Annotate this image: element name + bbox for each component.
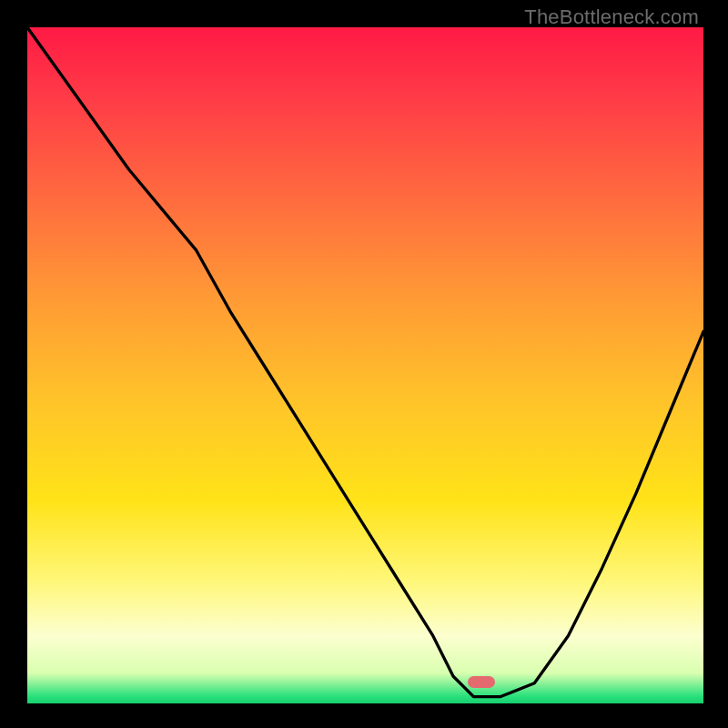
plot-area [27, 27, 703, 703]
optimum-marker [468, 676, 495, 688]
bottleneck-curve [27, 27, 703, 703]
chart-frame: TheBottleneck.com [0, 0, 728, 728]
watermark-text: TheBottleneck.com [524, 5, 699, 29]
